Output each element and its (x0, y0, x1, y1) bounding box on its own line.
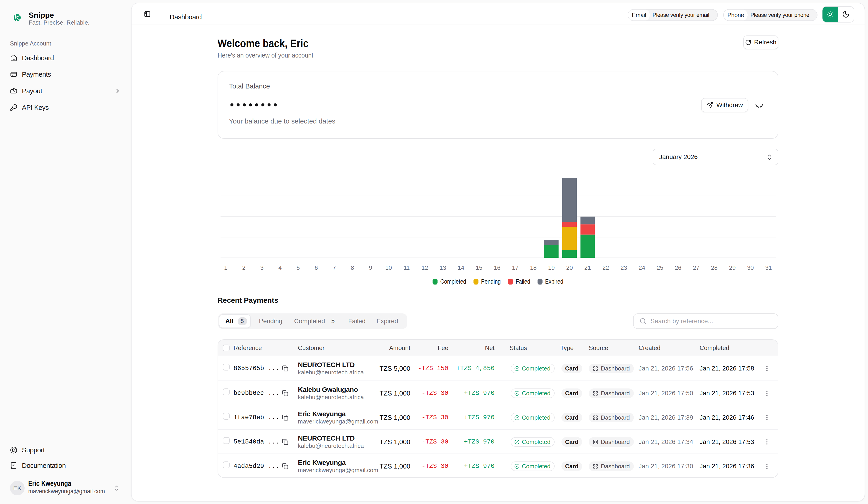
svg-text:29: 29 (729, 264, 736, 271)
svg-text:28: 28 (711, 264, 717, 271)
svg-text:5: 5 (297, 264, 300, 271)
svg-text:9: 9 (369, 264, 372, 271)
svg-text:11: 11 (404, 264, 410, 271)
svg-text:16: 16 (494, 264, 500, 271)
svg-text:31: 31 (765, 264, 772, 271)
svg-text:20: 20 (566, 264, 573, 271)
svg-text:13: 13 (440, 264, 446, 271)
svg-text:30: 30 (747, 264, 754, 271)
svg-text:27: 27 (693, 264, 700, 271)
svg-text:3: 3 (260, 264, 264, 271)
svg-text:1: 1 (224, 264, 227, 271)
svg-text:19: 19 (548, 264, 555, 271)
svg-text:18: 18 (530, 264, 537, 271)
svg-text:2: 2 (242, 264, 245, 271)
svg-text:24: 24 (639, 264, 645, 271)
svg-text:25: 25 (657, 264, 663, 271)
svg-text:23: 23 (621, 264, 627, 271)
svg-text:8: 8 (351, 264, 354, 271)
svg-text:21: 21 (585, 264, 591, 271)
svg-text:26: 26 (675, 264, 681, 271)
svg-text:22: 22 (602, 264, 609, 271)
svg-text:4: 4 (278, 264, 281, 271)
svg-text:15: 15 (476, 264, 483, 271)
svg-text:12: 12 (422, 264, 428, 271)
svg-text:6: 6 (314, 264, 318, 271)
svg-text:10: 10 (385, 264, 392, 271)
svg-text:14: 14 (458, 264, 464, 271)
svg-text:17: 17 (512, 264, 519, 271)
svg-text:7: 7 (333, 264, 336, 271)
